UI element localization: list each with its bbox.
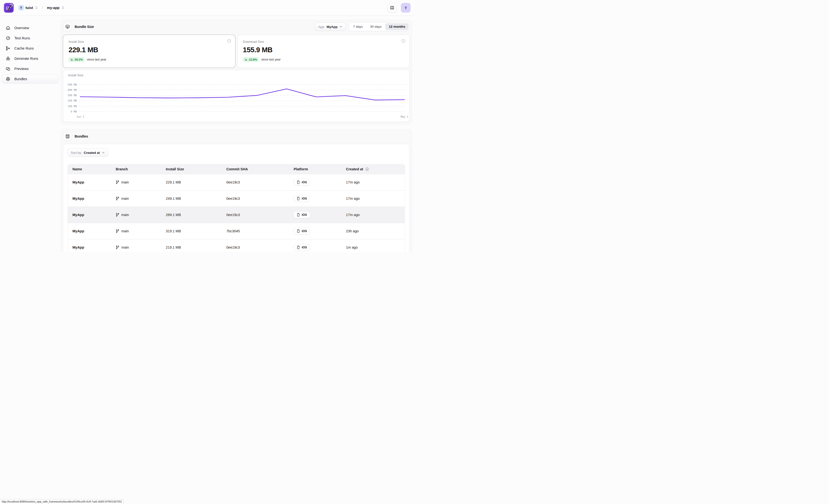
org-selector[interactable]: T tuist xyxy=(17,4,40,11)
commit-sha-cell: 0ee19c3 xyxy=(222,174,289,190)
top-bar: T tuist / my-app T xyxy=(0,0,414,16)
column-header-platform: Platform xyxy=(289,164,341,174)
main-content: Bundle Size App: MyApp 7 days 30 days 12… xyxy=(61,16,414,252)
install-size-cell: 249.1 MB xyxy=(161,190,222,206)
table-row[interactable]: MyApp main 289.1 MB 0ee19c3 iOS 17m ago xyxy=(68,206,405,223)
created-at-cell: 17m ago xyxy=(341,174,405,190)
platform-label: iOS xyxy=(302,229,307,233)
chevron-up-down-icon xyxy=(35,6,38,10)
sidebar-item-label: Overview xyxy=(14,26,29,30)
install-size-cell: 319.1 MB xyxy=(161,223,222,239)
git-branch-icon xyxy=(116,213,119,217)
table-row[interactable]: MyApp main 249.1 MB 0ee19c3 iOS 17m ago xyxy=(68,190,405,206)
table-row[interactable]: MyApp main 319.1 MB 7bc3045 iOS 23h ago xyxy=(68,223,405,239)
range-30-days[interactable]: 30 days xyxy=(367,23,385,30)
monitor-chart-icon xyxy=(65,24,70,29)
column-header-commit-sha: Commit SHA xyxy=(222,164,289,174)
bundles-icon-button xyxy=(64,132,72,141)
table-row[interactable]: MyApp main 229.1 MB 0ee19c3 iOS 17m ago xyxy=(68,174,405,190)
created-at-cell: 17m ago xyxy=(341,190,405,206)
table-icon xyxy=(65,134,70,139)
branch-name: main xyxy=(121,180,129,184)
sidebar-item-previews[interactable]: Previews xyxy=(2,65,59,73)
home-icon xyxy=(6,26,10,30)
svg-text:300 MB: 300 MB xyxy=(68,94,77,97)
platform-label: iOS xyxy=(302,181,307,184)
branch-name: main xyxy=(121,213,129,217)
svg-text:May 1: May 1 xyxy=(401,115,408,118)
install-size-chart-card: Install Size 500 MB400 MB300 MB200 MB100… xyxy=(63,70,410,122)
platform-badge: iOS xyxy=(294,211,310,218)
sidebar-item-generate-runs[interactable]: Generate Runs xyxy=(2,54,59,63)
column-header-branch: Branch xyxy=(111,164,161,174)
project-selector[interactable]: my-app xyxy=(45,5,66,11)
tuist-logo-icon[interactable] xyxy=(4,3,13,13)
branch-cell: main xyxy=(116,197,161,200)
trend-down-icon xyxy=(70,58,73,61)
stat-label: Install Size xyxy=(69,40,230,43)
sidebar-item-overview[interactable]: Overview xyxy=(2,24,59,32)
docs-button[interactable] xyxy=(387,3,397,13)
hierarchy-icon xyxy=(6,46,10,51)
svg-text:0 MB: 0 MB xyxy=(71,110,77,113)
app-selector-label: App: xyxy=(318,25,325,29)
platform-label: iOS xyxy=(302,246,307,249)
branch-cell: main xyxy=(116,229,161,233)
column-header-created-at[interactable]: Created at xyxy=(341,164,405,174)
svg-text:Jun 1: Jun 1 xyxy=(76,115,84,118)
bundles-table-card: Sort by: Created at Name Branch xyxy=(63,144,410,252)
sort-by-selector[interactable]: Sort by: Created at xyxy=(68,149,108,157)
created-at-cell: 1m ago xyxy=(341,239,405,252)
download-size-stat-card[interactable]: Download Size 155.9 MB -12.8% since last… xyxy=(237,35,410,68)
branch-cell: main xyxy=(116,213,161,217)
branch-cell: main xyxy=(116,245,161,249)
branch-name: main xyxy=(121,197,129,200)
column-header-install-size: Install Size xyxy=(161,164,222,174)
devices-icon xyxy=(6,66,10,71)
created-at-cell: 23h ago xyxy=(341,223,405,239)
gauge-icon xyxy=(6,36,10,41)
git-branch-icon xyxy=(116,229,119,233)
section-title: Bundles xyxy=(75,134,88,138)
sort-by-label: Sort by: xyxy=(71,151,82,155)
app-selector[interactable]: App: MyApp xyxy=(315,23,346,31)
delta-note: since last year xyxy=(261,58,281,61)
commit-sha-cell: 0ee19c3 xyxy=(222,190,289,206)
branch-name: main xyxy=(121,245,129,249)
commit-sha-cell: 7bc3045 xyxy=(222,223,289,239)
git-branch-icon xyxy=(116,245,119,249)
range-12-months[interactable]: 12 months xyxy=(385,23,409,30)
platform-badge: iOS xyxy=(294,195,310,202)
sidebar-item-label: Test Runs xyxy=(14,36,30,40)
breadcrumb: T tuist / my-app xyxy=(17,4,66,11)
sidebar-item-cache-runs[interactable]: Cache Runs xyxy=(2,44,59,53)
user-avatar[interactable]: T xyxy=(401,3,410,13)
install-size-chart-svg: 500 MB400 MB300 MB200 MB100 MB0 MBJun 1M… xyxy=(63,70,410,122)
svg-text:100 MB: 100 MB xyxy=(68,105,77,108)
range-7-days[interactable]: 7 days xyxy=(350,23,366,30)
sidebar-item-label: Bundles xyxy=(14,77,27,81)
table-row[interactable]: MyApp main 219.1 MB 0ee19c3 iOS 1m ago xyxy=(68,239,405,252)
sidebar-item-label: Previews xyxy=(14,67,29,71)
sort-arrow-down-circle-icon xyxy=(365,167,369,171)
install-size-cell: 219.1 MB xyxy=(161,239,222,252)
info-icon[interactable] xyxy=(227,39,231,43)
sidebar-item-test-runs[interactable]: Test Runs xyxy=(2,34,59,42)
platform-badge: iOS xyxy=(294,244,310,251)
branch-name: main xyxy=(121,229,129,233)
info-icon[interactable] xyxy=(401,39,405,43)
bundle-size-section: Bundle Size App: MyApp 7 days 30 days 12… xyxy=(61,20,412,124)
install-size-cell: 289.1 MB xyxy=(161,206,222,223)
phone-icon xyxy=(297,197,300,200)
bundle-name: MyApp xyxy=(68,174,111,190)
section-title: Bundle Size xyxy=(75,25,94,29)
bundle-name: MyApp xyxy=(68,206,111,223)
commit-sha-cell: 0ee19c3 xyxy=(222,206,289,223)
sidebar-item-bundles[interactable]: Bundles xyxy=(2,75,59,83)
circles-icon xyxy=(6,56,10,61)
chevron-down-icon xyxy=(339,25,343,29)
sort-by-value: Created at xyxy=(84,151,100,155)
phone-icon xyxy=(297,245,300,249)
install-size-stat-card[interactable]: Install Size 229.1 MB -26.2% since last … xyxy=(63,35,235,68)
project-name: my-app xyxy=(47,6,60,10)
